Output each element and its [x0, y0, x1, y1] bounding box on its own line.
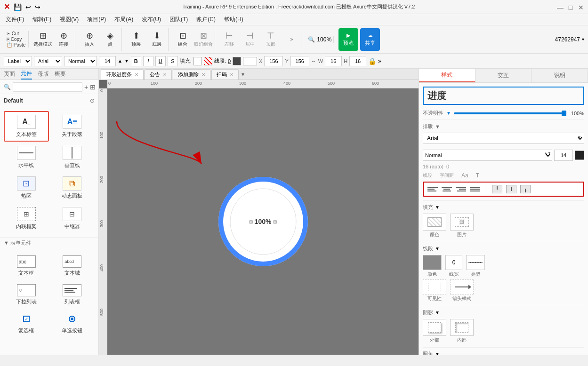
fill-triangle[interactable]: ▼: [435, 205, 440, 210]
inner-shadow-button[interactable]: [450, 319, 474, 336]
tab-outline[interactable]: 概要: [55, 69, 66, 79]
border-type-button[interactable]: [466, 255, 485, 270]
x-input[interactable]: [264, 56, 283, 66]
canvas-content[interactable]: ⊞ 100% ⊞: [107, 88, 419, 355]
fill-color-none[interactable]: [204, 57, 212, 65]
right-font-family-select[interactable]: Arial: [423, 133, 584, 144]
border-triangle[interactable]: ▼: [435, 246, 440, 251]
maximize-button[interactable]: □: [567, 4, 574, 10]
select-mode-button[interactable]: ⊞ 选择模式: [33, 28, 52, 51]
canvas-tab-scan[interactable]: 扫码 ✕: [211, 69, 239, 80]
align-justify-btn[interactable]: [470, 185, 480, 193]
canvas-tab-add-remove[interactable]: 添加删除 ✕: [173, 69, 210, 80]
shadow-triangle[interactable]: ▼: [435, 310, 440, 315]
move-right-button[interactable]: ⊤ 顶部: [261, 28, 280, 51]
preview-button[interactable]: ▶ 预览: [338, 28, 358, 51]
minimize-button[interactable]: —: [557, 4, 564, 10]
canvas-tabs-more-icon[interactable]: ▾: [242, 71, 244, 78]
component-type-select[interactable]: Label: [4, 56, 32, 66]
lock-icon[interactable]: 🔒: [368, 57, 376, 65]
component-vertical-line[interactable]: 垂直线: [50, 143, 95, 172]
corner-triangle[interactable]: ▼: [435, 351, 440, 355]
component-textbox[interactable]: abc 文本框: [4, 252, 49, 280]
menu-account[interactable]: 账户(C): [193, 15, 219, 24]
arrow-style-button[interactable]: [450, 279, 474, 294]
menu-project[interactable]: 项目(P): [83, 15, 110, 24]
right-font-style-select[interactable]: Normal: [423, 150, 552, 161]
strike-button[interactable]: S: [168, 56, 178, 66]
visibility-button[interactable]: [423, 279, 446, 294]
component-dynamic-panel[interactable]: ⧉ 动态面板: [50, 173, 95, 203]
point-button[interactable]: ◈ 点: [101, 28, 120, 51]
ad-tab-close[interactable]: ✕: [163, 72, 167, 77]
component-title-box[interactable]: 进度: [423, 87, 584, 105]
tab-masters[interactable]: 母版: [38, 69, 49, 79]
tab-notes[interactable]: 说明: [532, 69, 588, 82]
canvas-tab-ad[interactable]: 公告 ✕: [145, 69, 172, 80]
w-input[interactable]: [325, 56, 342, 66]
menu-edit[interactable]: 编辑(E): [29, 15, 55, 24]
form-section-triangle[interactable]: ▼: [4, 240, 9, 246]
library-collapse-icon[interactable]: ⊙: [90, 97, 95, 104]
font-style-select[interactable]: Normal: [64, 56, 97, 66]
typography-triangle[interactable]: ▼: [435, 124, 440, 129]
tab-components[interactable]: 元件: [21, 69, 32, 80]
fill-image-button[interactable]: 🖼: [450, 214, 474, 231]
share-button[interactable]: ☁ 共享: [360, 28, 380, 51]
component-relay[interactable]: ⊟ 中继器: [50, 204, 95, 233]
menu-file[interactable]: 文件(F): [2, 15, 28, 24]
scan-tab-close[interactable]: ✕: [230, 72, 234, 77]
decrease-size-icon[interactable]: ▼: [124, 58, 129, 64]
canvas-tab-ring-progress[interactable]: 环形进度条 ✕: [101, 69, 144, 80]
menu-team[interactable]: 团队(T): [166, 15, 192, 24]
percentage-display[interactable]: ⊞ 100% ⊞: [249, 218, 277, 225]
opacity-slider-thumb[interactable]: [562, 111, 566, 116]
valign-top-btn[interactable]: [492, 185, 502, 193]
valign-bottom-btn[interactable]: [520, 185, 531, 193]
close-button[interactable]: ✕: [578, 4, 584, 10]
more-btn[interactable]: »: [282, 28, 301, 51]
fill-color-button[interactable]: [423, 214, 446, 231]
bold-button[interactable]: B: [131, 56, 141, 66]
undo-icon[interactable]: ↩: [25, 3, 31, 11]
font-size-input[interactable]: [99, 56, 116, 66]
copy-component-icon[interactable]: ⊞: [90, 83, 96, 91]
more-format-icon[interactable]: »: [378, 58, 381, 64]
cut-button[interactable]: ✂ Cut: [6, 31, 26, 36]
y-input[interactable]: [290, 56, 309, 66]
tab-pages[interactable]: 页面: [4, 69, 15, 79]
align-left-btn[interactable]: [427, 185, 438, 193]
save-icon[interactable]: 💾: [14, 3, 22, 11]
project-dropdown-icon[interactable]: ▾: [582, 37, 584, 42]
search-input[interactable]: [13, 82, 82, 92]
menu-help[interactable]: 帮助(H): [220, 15, 247, 24]
valign-middle-btn[interactable]: [506, 185, 516, 193]
redo-icon[interactable]: ↪: [35, 3, 40, 11]
border-color-button[interactable]: [423, 255, 442, 270]
component-dropdown[interactable]: ▽ 下拉列表: [4, 281, 49, 309]
move-center-button[interactable]: ⊣ 居中: [241, 28, 259, 51]
component-text-label[interactable]: A_ 文本标签: [4, 111, 49, 142]
outer-shadow-button[interactable]: [423, 319, 446, 336]
top-layer-button[interactable]: ⬆ 顶层: [127, 28, 145, 51]
align-right-btn[interactable]: [456, 185, 466, 193]
tab-interact[interactable]: 交互: [475, 69, 532, 82]
menu-publish[interactable]: 发布(U): [138, 15, 165, 24]
circle-progress-container[interactable]: ⊞ 100% ⊞: [216, 175, 310, 269]
font-color-swatch[interactable]: [575, 151, 584, 160]
component-textarea[interactable]: abcd 文本域: [50, 252, 95, 280]
opacity-slider[interactable]: [454, 112, 564, 114]
add-remove-tab-close[interactable]: ✕: [201, 72, 205, 77]
copy-button[interactable]: ⎘ Copy: [6, 37, 26, 42]
insert-button[interactable]: ⊕ 插入: [80, 28, 99, 51]
component-hotspot[interactable]: ⊡ 热区: [4, 173, 49, 203]
h-input[interactable]: [349, 56, 366, 66]
border-width-input[interactable]: [445, 255, 462, 270]
connect-button[interactable]: ⊕ 连接: [54, 28, 73, 51]
component-inline-frame[interactable]: ⊞ 内联框架: [4, 204, 49, 233]
align-center-btn[interactable]: [442, 185, 452, 193]
combine-button[interactable]: ⊡ 组合: [173, 28, 192, 51]
opacity-triangle[interactable]: ▼: [446, 111, 451, 116]
italic-button[interactable]: I: [143, 56, 153, 66]
menu-layout[interactable]: 布局(A): [111, 15, 137, 24]
